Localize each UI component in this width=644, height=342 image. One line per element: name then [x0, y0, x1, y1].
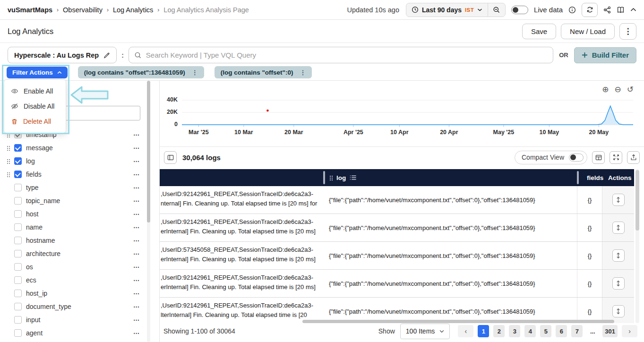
fullscreen-button[interactable] — [610, 151, 622, 164]
field-checkbox[interactable] — [14, 250, 22, 257]
field-checkbox[interactable] — [14, 237, 22, 244]
compact-view-toggle[interactable]: Compact View — [515, 151, 587, 164]
live-data-toggle[interactable] — [511, 6, 528, 14]
table-row[interactable]: ,UserID:92142961_REPEAT,SessionTraceID:d… — [160, 186, 634, 214]
page-number-button[interactable]: 2 — [493, 325, 505, 337]
filter-actions-button[interactable]: Filter Actions — [7, 67, 68, 78]
filter-actions-menu-item[interactable]: Delete All — [4, 114, 66, 129]
filter-chip-kebab-icon[interactable]: ⋮ — [192, 69, 198, 76]
field-checkbox[interactable] — [14, 144, 22, 152]
next-page-button[interactable]: › — [622, 325, 637, 337]
field-row[interactable]: name ⋯ — [7, 222, 146, 233]
page-number-button[interactable]: 5 — [540, 325, 551, 337]
field-row[interactable]: log ⋯ — [7, 155, 146, 167]
column-drag-handle-icon[interactable] — [329, 175, 333, 180]
chart-zoom-in-icon[interactable]: ⊕ — [602, 86, 609, 94]
field-row[interactable]: message ⋯ — [7, 142, 146, 154]
filter-chip-kebab-icon[interactable]: ⋮ — [300, 69, 306, 76]
field-checkbox[interactable] — [14, 276, 22, 284]
table-horizontal-scrollbar[interactable] — [302, 320, 614, 323]
build-filter-button[interactable]: Build Filter — [574, 47, 636, 63]
row-expand-button[interactable] — [612, 194, 625, 206]
datasource-selector[interactable]: Hyperscale : Au Logs Rep — [8, 47, 117, 63]
breadcrumb-item[interactable]: vuSmartMaps — [8, 6, 52, 14]
field-more-icon[interactable]: ⋯ — [133, 224, 146, 231]
field-row[interactable]: hostname ⋯ — [7, 235, 146, 246]
share-icon[interactable] — [603, 6, 611, 14]
filter-actions-menu-item[interactable]: Disable All — [4, 99, 66, 114]
breadcrumb-item[interactable]: Log Analytics Analysis Page — [163, 6, 249, 14]
field-more-icon[interactable]: ⋯ — [133, 145, 146, 152]
field-more-icon[interactable]: ⋯ — [133, 290, 146, 297]
breadcrumb-item[interactable]: Log Analytics — [113, 6, 153, 14]
filter-chip[interactable]: (log contains "offset":136481059) ⋮ — [78, 66, 204, 78]
list-format-icon[interactable] — [350, 175, 357, 180]
filter-chip[interactable]: (log contains "offset":0) ⋮ — [215, 66, 312, 78]
field-row[interactable]: topic_name ⋯ — [7, 195, 146, 206]
field-checkbox[interactable] — [14, 210, 22, 218]
column-header-log[interactable]: log — [325, 169, 577, 186]
query-search-input[interactable] — [146, 51, 548, 59]
row-expand-button[interactable] — [612, 305, 625, 317]
row-expand-button[interactable] — [612, 277, 625, 290]
table-row[interactable]: ,UserID:92142961_REPEAT,SessionTraceID:d… — [160, 298, 634, 323]
row-expand-button[interactable] — [612, 249, 625, 262]
field-more-icon[interactable]: ⋯ — [133, 211, 146, 218]
field-checkbox[interactable] — [14, 303, 22, 310]
collapse-chevron-up-icon[interactable] — [630, 8, 636, 12]
breadcrumb-item[interactable]: Observability — [63, 6, 103, 14]
field-row[interactable]: agent ⋯ — [7, 327, 146, 339]
table-settings-button[interactable] — [592, 151, 605, 164]
field-checkbox[interactable] — [14, 184, 22, 191]
page-number-button[interactable]: 301 — [602, 325, 618, 337]
field-checkbox[interactable] — [14, 329, 22, 337]
drag-handle-icon[interactable] — [7, 145, 10, 151]
field-more-icon[interactable]: ⋯ — [133, 197, 146, 205]
field-more-icon[interactable]: ⋯ — [133, 237, 146, 244]
table-row[interactable]: ,UserID:92142961_REPEAT,SessionTraceID:d… — [160, 214, 634, 242]
export-button[interactable] — [627, 151, 640, 164]
field-checkbox[interactable] — [14, 223, 22, 231]
chart-zoom-out-icon[interactable]: ⊖ — [615, 86, 621, 94]
page-number-button[interactable]: 4 — [524, 325, 536, 337]
page-number-button[interactable]: 6 — [556, 325, 567, 337]
page-number-button[interactable]: ... — [587, 325, 598, 337]
sidebar-scrollbar[interactable] — [147, 81, 150, 342]
field-checkbox[interactable] — [14, 157, 22, 165]
field-checkbox[interactable] — [14, 197, 22, 205]
chart-reset-icon[interactable]: ↺ — [627, 86, 634, 94]
collapse-panel-button[interactable] — [164, 151, 177, 164]
field-more-icon[interactable]: ⋯ — [133, 277, 146, 284]
field-row[interactable]: host_ip ⋯ — [7, 288, 146, 299]
field-checkbox[interactable] — [14, 263, 22, 271]
field-row[interactable]: os ⋯ — [7, 261, 146, 273]
previous-page-button[interactable]: ‹ — [458, 325, 473, 337]
field-checkbox[interactable] — [14, 316, 22, 324]
table-vertical-scrollbar[interactable] — [635, 169, 639, 323]
table-row[interactable]: ,UserID:57345058_REPEAT,SessionTraceID:d… — [160, 242, 634, 270]
field-more-icon[interactable]: ⋯ — [133, 303, 146, 310]
refresh-button[interactable] — [582, 3, 598, 17]
drag-handle-icon[interactable] — [7, 172, 10, 177]
new-load-button[interactable]: New / Load — [561, 24, 615, 39]
info-icon[interactable] — [568, 6, 576, 14]
table-row[interactable]: ,UserID:92142961_REPEAT,SessionTraceID:d… — [160, 270, 634, 298]
page-options-kebab-button[interactable]: ⋮ — [619, 23, 636, 40]
edit-pencil-icon[interactable] — [103, 52, 110, 59]
field-row[interactable]: fields ⋯ — [7, 169, 146, 180]
field-row[interactable]: architecture ⋯ — [7, 248, 146, 259]
compact-view-switch[interactable] — [569, 154, 584, 162]
time-zoom-out-button[interactable] — [488, 3, 505, 17]
field-row[interactable]: ecs ⋯ — [7, 274, 146, 286]
field-checkbox[interactable] — [14, 171, 22, 178]
field-row[interactable]: input ⋯ — [7, 314, 146, 325]
field-checkbox[interactable] — [14, 290, 22, 297]
field-more-icon[interactable]: ⋯ — [133, 330, 146, 337]
chart-plot[interactable] — [182, 94, 635, 128]
page-number-button[interactable]: 3 — [509, 325, 520, 337]
page-size-select[interactable]: 100 Items — [400, 324, 450, 339]
row-expand-button[interactable] — [612, 222, 625, 234]
field-more-icon[interactable]: ⋯ — [133, 171, 146, 178]
field-more-icon[interactable]: ⋯ — [133, 131, 146, 138]
field-more-icon[interactable]: ⋯ — [133, 264, 146, 271]
